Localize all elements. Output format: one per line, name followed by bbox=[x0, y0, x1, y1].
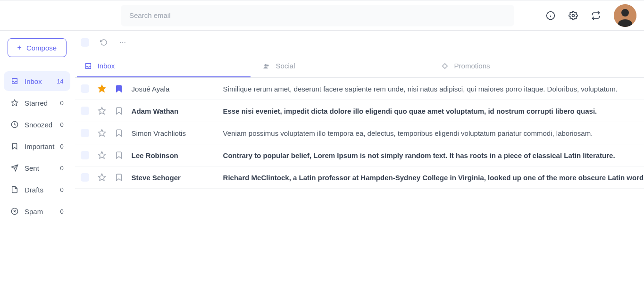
star-icon[interactable] bbox=[98, 107, 106, 115]
email-subject: Esse nisi eveniet, impedit dicta dolore … bbox=[223, 107, 644, 115]
svg-marker-23 bbox=[98, 174, 105, 181]
more-icon[interactable] bbox=[118, 39, 127, 46]
tab-label: Social bbox=[276, 62, 295, 70]
tab-label: Inbox bbox=[98, 62, 115, 70]
email-subject: Richard McClintock, a Latin professor at… bbox=[223, 174, 644, 182]
tab-icon bbox=[84, 62, 92, 70]
star-icon[interactable] bbox=[98, 151, 106, 159]
nav-label: Drafts bbox=[25, 186, 54, 194]
email-sender: Simon Vrachliotis bbox=[132, 129, 215, 137]
topbar-actions bbox=[527, 4, 636, 27]
email-row[interactable]: Josué Ayala Similique rerum amet, deseru… bbox=[75, 78, 644, 100]
email-subject: Contrary to popular belief, Lorem Ipsum … bbox=[223, 151, 644, 159]
select-all-checkbox[interactable] bbox=[81, 38, 89, 47]
bookmark-icon[interactable] bbox=[115, 84, 123, 93]
plus-icon: + bbox=[17, 44, 22, 51]
tab-icon bbox=[441, 62, 449, 70]
svg-point-17 bbox=[264, 64, 267, 67]
nav-count: 0 bbox=[60, 208, 63, 215]
main: Inbox Social Promotions Josué Ayala Simi… bbox=[75, 31, 644, 229]
svg-point-18 bbox=[267, 64, 268, 66]
nav-count: 0 bbox=[60, 121, 63, 128]
category-tabs: Inbox Social Promotions bbox=[75, 55, 644, 78]
nav-count: 0 bbox=[60, 186, 63, 193]
tab-promotions[interactable]: Promotions bbox=[434, 55, 607, 77]
svg-marker-19 bbox=[98, 85, 105, 92]
svg-point-14 bbox=[120, 42, 121, 43]
swap-icon[interactable] bbox=[591, 11, 601, 20]
sidebar-item-spam[interactable]: Spam 0 bbox=[4, 201, 70, 221]
refresh-icon[interactable] bbox=[100, 39, 108, 46]
sidebar-item-important[interactable]: Important 0 bbox=[4, 136, 70, 156]
email-checkbox[interactable] bbox=[81, 173, 89, 182]
email-toolbar bbox=[75, 36, 644, 52]
email-subject: Veniam possimus voluptatem illo tempora … bbox=[223, 129, 644, 137]
email-sender: Josué Ayala bbox=[132, 85, 215, 93]
email-checkbox[interactable] bbox=[81, 107, 89, 115]
star-icon[interactable] bbox=[98, 173, 106, 182]
star-icon bbox=[10, 99, 19, 107]
email-row[interactable]: Simon Vrachliotis Veniam possimus volupt… bbox=[75, 122, 644, 144]
svg-marker-22 bbox=[98, 152, 105, 158]
svg-point-3 bbox=[572, 14, 575, 17]
email-checkbox[interactable] bbox=[81, 151, 89, 159]
search-box[interactable] bbox=[121, 5, 514, 26]
bookmark-icon[interactable] bbox=[115, 107, 123, 115]
email-checkbox[interactable] bbox=[81, 129, 89, 137]
email-row[interactable]: Steve Schoger Richard McClintock, a Lati… bbox=[75, 166, 644, 189]
nav-count: 0 bbox=[60, 165, 63, 172]
compose-label: Compose bbox=[26, 44, 57, 52]
settings-icon[interactable] bbox=[569, 11, 578, 20]
nav-count: 14 bbox=[57, 78, 63, 85]
nav-label: Spam bbox=[25, 208, 54, 216]
tab-social[interactable]: Social bbox=[255, 55, 429, 77]
layout: + Compose Inbox 14 Starred 0 Snoozed 0 I… bbox=[0, 31, 644, 229]
nav-label: Starred bbox=[25, 99, 54, 107]
compose-button[interactable]: + Compose bbox=[8, 38, 67, 57]
bookmark-icon[interactable] bbox=[115, 151, 123, 159]
x-circle-icon bbox=[10, 207, 19, 216]
svg-marker-7 bbox=[11, 100, 17, 106]
email-sender: Steve Schoger bbox=[132, 174, 215, 182]
clock-icon bbox=[10, 120, 19, 129]
svg-marker-20 bbox=[98, 108, 105, 114]
inbox-icon bbox=[10, 77, 19, 85]
sidebar-item-snoozed[interactable]: Snoozed 0 bbox=[4, 115, 70, 134]
bookmark-icon bbox=[10, 142, 19, 150]
sidebar-item-drafts[interactable]: Drafts 0 bbox=[4, 180, 70, 200]
tab-icon bbox=[263, 62, 270, 70]
svg-point-5 bbox=[621, 9, 629, 17]
sidebar-item-starred[interactable]: Starred 0 bbox=[4, 93, 70, 113]
nav-label: Inbox bbox=[25, 77, 51, 85]
search-input[interactable] bbox=[129, 11, 506, 19]
nav-label: Important bbox=[25, 142, 54, 150]
nav-label: Snoozed bbox=[25, 121, 54, 129]
bookmark-icon[interactable] bbox=[115, 173, 123, 182]
svg-point-15 bbox=[122, 42, 123, 43]
email-subject: Similique rerum amet, deserunt facere sa… bbox=[223, 85, 644, 93]
svg-point-16 bbox=[124, 42, 125, 43]
email-list: Josué Ayala Similique rerum amet, deseru… bbox=[75, 78, 644, 189]
email-row[interactable]: Adam Wathan Esse nisi eveniet, impedit d… bbox=[75, 100, 644, 122]
help-icon[interactable] bbox=[546, 11, 555, 20]
email-row[interactable]: Lee Robinson Contrary to popular belief,… bbox=[75, 144, 644, 166]
star-icon[interactable] bbox=[98, 129, 106, 137]
send-icon bbox=[10, 164, 19, 172]
bookmark-icon[interactable] bbox=[115, 129, 123, 137]
nav-label: Sent bbox=[25, 164, 54, 172]
sidebar-item-inbox[interactable]: Inbox 14 bbox=[4, 71, 70, 91]
email-sender: Adam Wathan bbox=[132, 107, 215, 115]
email-checkbox[interactable] bbox=[81, 84, 89, 93]
nav-count: 0 bbox=[60, 143, 63, 150]
svg-marker-21 bbox=[98, 130, 105, 136]
sidebar-item-sent[interactable]: Sent 0 bbox=[4, 158, 70, 178]
topbar bbox=[0, 0, 644, 31]
star-icon[interactable] bbox=[98, 84, 106, 93]
email-sender: Lee Robinson bbox=[132, 151, 215, 159]
avatar[interactable] bbox=[614, 4, 636, 27]
sidebar-nav: Inbox 14 Starred 0 Snoozed 0 Important 0… bbox=[4, 71, 70, 221]
sidebar: + Compose Inbox 14 Starred 0 Snoozed 0 I… bbox=[0, 31, 75, 229]
tab-inbox[interactable]: Inbox bbox=[77, 55, 251, 77]
file-icon bbox=[10, 185, 19, 194]
nav-count: 0 bbox=[60, 100, 63, 107]
